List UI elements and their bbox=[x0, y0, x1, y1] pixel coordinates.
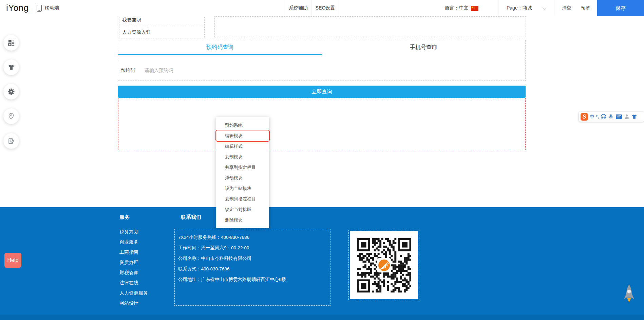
ime-wardrobe-icon[interactable] bbox=[631, 114, 637, 120]
contact-column-title: 联系我们 bbox=[181, 214, 201, 220]
sogou-ime-toolbar: S 中 °, bbox=[579, 112, 644, 122]
services-links: 税务筹划 创业服务 工商指南 资质办理 财税管家 法律在线 人力资源服务 网站设… bbox=[119, 228, 148, 310]
module-context-menu: 预约系统 编辑模块 编辑样式 复制模块 共享到指定栏目 浮动模块 设为全站模块 … bbox=[216, 117, 269, 228]
ime-microphone-icon[interactable] bbox=[608, 114, 614, 120]
sidebar-location-button[interactable] bbox=[3, 108, 19, 124]
menu-item-edit-style[interactable]: 编辑样式 bbox=[216, 141, 269, 152]
footer-link-tax-planning[interactable]: 税务筹划 bbox=[119, 228, 148, 238]
editor-stage: iYong 移动端 系统辅助 SEO设置 语言：中文 Page：商城 清空 预览… bbox=[0, 0, 644, 320]
sidebar-settings-button[interactable] bbox=[3, 84, 19, 100]
footer-link-startup-services[interactable]: 创业服务 bbox=[119, 238, 148, 249]
ime-chinese-mode-icon[interactable]: 中 bbox=[590, 112, 594, 122]
menu-item-set-sitewide[interactable]: 设为全站模块 bbox=[216, 183, 269, 194]
chevron-down-icon bbox=[543, 6, 546, 10]
language-label: 语言：中文 bbox=[445, 5, 469, 11]
nav-list-module: 我要兼职 人力资源入驻 bbox=[119, 14, 205, 38]
mobile-mode-button[interactable]: 移动端 bbox=[37, 0, 59, 16]
booking-code-input[interactable] bbox=[145, 68, 226, 73]
active-tab-underline bbox=[118, 54, 322, 55]
iyong-logo: iYong bbox=[6, 3, 29, 13]
menu-item-lock-layout[interactable]: 锁定当前排版 bbox=[216, 204, 269, 215]
mobile-mode-label: 移动端 bbox=[45, 5, 59, 11]
booking-query-module: 预约码查询 手机号查询 预约码 bbox=[118, 40, 526, 81]
ime-keyboard-icon[interactable] bbox=[615, 114, 622, 120]
help-button[interactable]: Help bbox=[4, 253, 21, 268]
site-footer: 服务 税务筹划 创业服务 工商指南 资质办理 财税管家 法律在线 人力资源服务 … bbox=[0, 207, 644, 320]
modules-grid-icon bbox=[7, 39, 15, 47]
location-pin-icon bbox=[7, 112, 15, 120]
contact-hours: 工作时间：周一至周六9：00-22:00 bbox=[178, 243, 327, 253]
contact-company-name: 公司名称：中山市今科科技有限公司 bbox=[178, 253, 327, 264]
menu-item-share-to-column[interactable]: 共享到指定栏目 bbox=[216, 162, 269, 173]
contact-hotline: 7X24小时服务热线：400-830-7686 bbox=[178, 232, 327, 243]
sogou-logo-icon[interactable]: S bbox=[581, 113, 588, 121]
gear-icon bbox=[7, 88, 15, 95]
system-assist-button[interactable]: 系统辅助 bbox=[285, 0, 312, 16]
footer-bottom-strip bbox=[0, 315, 644, 320]
footer-link-web-design[interactable]: 网站设计 bbox=[119, 300, 148, 310]
clear-button[interactable]: 清空 bbox=[558, 0, 575, 16]
contact-info-module: 7X24小时服务热线：400-830-7686 工作时间：周一至周六9：00-2… bbox=[174, 229, 330, 306]
edit-note-icon bbox=[7, 137, 15, 145]
sidebar-theme-button[interactable] bbox=[3, 59, 19, 75]
footer-link-legal-online[interactable]: 法律在线 bbox=[119, 279, 148, 289]
footer-link-business-guide[interactable]: 工商指南 bbox=[119, 249, 148, 259]
language-selector[interactable]: 语言：中文 bbox=[441, 0, 482, 16]
booking-code-field-row: 预约码 bbox=[121, 67, 226, 73]
tshirt-icon bbox=[7, 64, 15, 71]
seo-settings-button[interactable]: SEO设置 bbox=[312, 0, 339, 16]
preview-button[interactable]: 预览 bbox=[577, 0, 594, 16]
query-tabs: 预约码查询 手机号查询 bbox=[118, 40, 525, 55]
sidebar-modules-button[interactable] bbox=[3, 35, 19, 51]
tab-phone-query[interactable]: 手机号查询 bbox=[322, 40, 525, 55]
top-toolbar: iYong 移动端 系统辅助 SEO设置 语言：中文 Page：商城 清空 预览… bbox=[0, 0, 644, 16]
menu-item-copy-module[interactable]: 复制模块 bbox=[216, 152, 269, 162]
empty-module-placeholder bbox=[214, 16, 526, 37]
mobile-device-icon bbox=[37, 5, 42, 12]
sidebar-form-edit-button[interactable] bbox=[3, 133, 19, 149]
menu-item-booking-system[interactable]: 预约系统 bbox=[216, 120, 269, 130]
qr-code-module bbox=[348, 230, 419, 300]
footer-link-hr-services[interactable]: 人力资源服务 bbox=[119, 289, 148, 300]
ime-skin-settings-icon[interactable] bbox=[624, 114, 630, 120]
ime-emoji-icon[interactable] bbox=[601, 114, 606, 120]
nav-item-hr-entry[interactable]: 人力资源入驻 bbox=[119, 26, 204, 38]
footer-link-finance-butler[interactable]: 财税管家 bbox=[119, 269, 148, 279]
back-to-top-rocket[interactable] bbox=[622, 284, 637, 306]
save-button[interactable]: 保存 bbox=[597, 0, 644, 16]
contact-address: 公司地址：广东省中山市博爱六路朗晴轩百汇中心6楼 bbox=[178, 274, 327, 285]
menu-item-float-module[interactable]: 浮动模块 bbox=[216, 173, 269, 183]
menu-item-copy-to-column[interactable]: 复制到指定栏目 bbox=[216, 194, 269, 204]
contact-phone: 联系方式：400-830-7686 bbox=[178, 264, 327, 274]
selected-module-outline bbox=[118, 98, 526, 150]
footer-link-qualification[interactable]: 资质办理 bbox=[119, 259, 148, 269]
page-selector-dropdown[interactable]: Page：商城 bbox=[498, 0, 554, 16]
booking-code-label: 预约码 bbox=[121, 67, 135, 73]
qr-code bbox=[357, 238, 411, 292]
china-flag-icon bbox=[471, 6, 478, 11]
services-column-title: 服务 bbox=[119, 214, 130, 220]
query-now-button[interactable]: 立即查询 bbox=[118, 86, 526, 98]
tab-booking-code-query[interactable]: 预约码查询 bbox=[118, 40, 322, 55]
ime-punctuation-icon[interactable]: °, bbox=[596, 112, 599, 122]
menu-item-delete-module[interactable]: 删除模块 bbox=[216, 215, 269, 225]
menu-item-edit-module[interactable]: 编辑模块 bbox=[216, 130, 269, 141]
page-selector-label: Page：商城 bbox=[507, 5, 532, 11]
